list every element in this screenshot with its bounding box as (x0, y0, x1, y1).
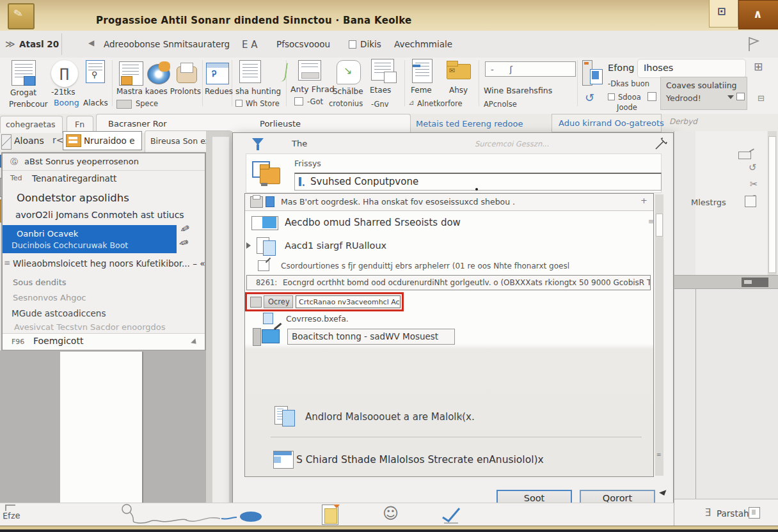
sync-icon[interactable]: ↺ (585, 91, 594, 104)
sdooa-checkbox[interactable] (608, 93, 615, 100)
folder-combo[interactable]: Nruraidoo e (63, 131, 142, 150)
coaves-dropdown[interactable]: Coaves soulatiing Yedrood! (660, 77, 747, 110)
app-menu-button[interactable]: Atasl 20 (19, 39, 59, 49)
tower-icon[interactable] (581, 60, 604, 87)
tab-bacrasner[interactable]: Bacrasner Ror Porlieuste (96, 114, 411, 133)
ihoses-label[interactable]: Ihoses (644, 63, 673, 73)
list-item-footer[interactable]: F96 Foemgicott (3, 333, 205, 350)
list-item[interactable]: avorO2li Jomans Conmoteh ast utiucs (15, 210, 184, 220)
tab-cohegraetas[interactable]: cohegraetas (0, 116, 63, 133)
expand-arrow-icon[interactable] (246, 242, 254, 249)
list-item[interactable]: MGude astcoadiccens (12, 308, 106, 318)
list-row-mailbox[interactable]: Aacd1 siargf RUalloux (245, 236, 653, 258)
right-scrollbar[interactable] (768, 131, 777, 283)
plus-icon[interactable]: + (640, 196, 647, 205)
panel-divider-band (674, 275, 778, 289)
etaes-label: Etaes (370, 86, 391, 95)
document-page[interactable] (60, 352, 143, 504)
joode-label[interactable]: Joode (617, 103, 637, 112)
menu-item-avechmmiale[interactable]: Avechmmiale (394, 39, 452, 49)
dkas-label[interactable]: -Dkas buon (608, 79, 649, 88)
list-row-andlord[interactable]: Andlord Malsooouet a are Malolk(x. + (245, 405, 653, 432)
smiley-icon[interactable]: ☺ (383, 505, 399, 522)
collapse-window-button[interactable]: ∧ (738, 0, 778, 29)
list-item[interactable]: Ⓖ aBst Sonrus yeoperrosenon (3, 153, 205, 171)
grid-icon[interactable]: ⊞ (754, 60, 763, 73)
tab-fn[interactable]: Fn (67, 116, 93, 133)
disc-icon[interactable] (147, 61, 171, 86)
hand-card-icon[interactable] (175, 61, 198, 86)
list-item[interactable]: Ted Tenanatiregardinatt (3, 171, 205, 187)
collapse-glyph[interactable]: r< (52, 135, 64, 145)
parstahe-box-icon[interactable] (749, 507, 760, 519)
search-value-box[interactable]: Boacitsch tonng - sadWV Mosuest (287, 329, 455, 345)
row-connected[interactable]: Covrreso.bxefa. (286, 314, 349, 324)
ribbon-search-input[interactable] (485, 61, 576, 77)
list-item[interactable]: Oondetstor apsolidhs (17, 192, 129, 204)
dialog-list: Mas B'ort oogrdesk. Hha onskat fov esose… (244, 193, 654, 477)
check-chart-icon[interactable] (440, 506, 466, 525)
ribbon-button-redues[interactable]: Ꭾ Redues (205, 59, 233, 109)
right-scrollbar-thumb[interactable] (768, 136, 776, 273)
menu-item-dikis[interactable]: Dikis (360, 39, 381, 49)
row-label: S Chiard Sthade Mlalolsos Strecrate enAn… (296, 454, 544, 465)
ribbon-button-boong[interactable]: ∏ -21tks Boong (49, 58, 82, 109)
tray-icon[interactable] (738, 152, 751, 159)
list-row-schiard[interactable]: S Chiard Sthade Mlalolsos Strecrate enAn… (245, 448, 653, 474)
pin-panel-button[interactable]: ⊡ (709, 0, 738, 27)
list-icon[interactable] (119, 61, 143, 86)
mlestrgs-checkbox[interactable] (745, 196, 756, 207)
flag-icon[interactable] (746, 36, 761, 52)
stamp-label: -21tks (51, 88, 75, 97)
list-item[interactable]: Sesnonvos Ahgoc (13, 293, 86, 302)
ocrey-field[interactable]: CrtcRanao nv3acveomhcl Aces] 1 (296, 295, 401, 308)
scissors-icon[interactable]: ✂ (750, 178, 758, 190)
list-row-search[interactable]: Boacitsch tonng - sadWV Mosuest (245, 324, 653, 348)
list-row-code[interactable]: 8261: Eocngrd ocrthht bomd ood ocdurenur… (246, 275, 651, 290)
ribbon-button-schalbe[interactable]: ↘ Schälbe crotonius (328, 58, 367, 110)
menu-item-fonts[interactable]: E A (242, 39, 258, 51)
ribbon-button-sharing[interactable]: sha hunting Wh Store (234, 59, 285, 110)
ocrey-button[interactable]: Ocrey (264, 295, 293, 308)
list-item[interactable]: Sous dendits (13, 278, 67, 287)
list-item[interactable]: Avesivcat Tecstvn Sacdor enoorgdos (14, 322, 166, 332)
globe-icon: Ⓖ (10, 157, 18, 168)
dialog-launcher-icon[interactable] (736, 93, 745, 100)
scrollbar-thumb[interactable] (656, 214, 663, 237)
list-row-options[interactable]: Mas B'ort oogrdesk. Hha onskat fov esose… (245, 194, 653, 211)
pushpin-icon[interactable] (654, 137, 671, 152)
ok-label: Soot (524, 493, 545, 503)
back-icon[interactable]: ◀ (88, 38, 94, 47)
menu-item-pfsocsvooou[interactable]: Pfsocsvooou (276, 39, 330, 49)
ribbon-group-media: Mastra kaoes Prolonts Spece (116, 59, 201, 110)
ocrey-highlight-row[interactable]: Ocrey CrtcRanao nv3acveomhcl Aces] 1 (245, 292, 404, 311)
app-logo-icon[interactable]: ✎ (8, 3, 35, 29)
list-item[interactable]: Wlieaobmsloicett heg noors Kufetikibor..… (13, 258, 205, 269)
list-row-conditions[interactable]: Csordourtiones s fjr genduittj ebrs arph… (245, 259, 653, 274)
ribbon-button-etaes[interactable]: Etaes -Gnv (369, 59, 403, 110)
aloans-tab[interactable]: Aloans (14, 136, 44, 146)
page-icon[interactable] (317, 505, 345, 525)
small-box-icon[interactable]: ⊟ (758, 93, 765, 103)
ribbon-button-grogat[interactable]: Grogat Prenbcour (9, 60, 47, 109)
ocrey-icon (250, 297, 262, 308)
spiral-icon[interactable]: ↺ (749, 162, 757, 173)
statusbar: Efze ☺ (0, 503, 674, 526)
list-row-shared[interactable]: Aecdbo omud Sharred Srseoists dow ≡ (245, 211, 653, 235)
search-value-label: Boacitsch tonng - sadWV Mosuest (292, 331, 438, 341)
dialog-scrollbar[interactable]: ≡ (655, 194, 663, 476)
twin-doc-blue-icon (274, 406, 296, 426)
drag-tab[interactable] (742, 278, 768, 287)
list-item-selected[interactable]: Oanbri Ocavek Ducinbois Cochcuruwak Boot (3, 225, 177, 253)
efong-label: Efong (608, 63, 635, 73)
ahsy-folder-icon[interactable]: ✉ (444, 59, 472, 82)
menu-lines-icon[interactable]: ≡ (648, 217, 654, 226)
link-aduo-box[interactable]: Aduo kirrand Oo-gatreots (552, 114, 662, 132)
link-metais[interactable]: Metais ted Eereng redooe (416, 119, 523, 129)
plus-icon[interactable]: + (457, 411, 464, 421)
spece-icon[interactable] (116, 100, 132, 109)
menu-item-adreoobonse[interactable]: Adreoobonse Snmitsauraterg (104, 39, 230, 49)
ribbon-button-feme[interactable]: Feme ⊿ Alnetkorfore ✉ Ahsy (407, 59, 477, 110)
ribbon-button-alacks[interactable]: ⚲ Alacks (83, 59, 113, 109)
name-field[interactable]: Svuhsed Conputpvone (294, 173, 662, 191)
